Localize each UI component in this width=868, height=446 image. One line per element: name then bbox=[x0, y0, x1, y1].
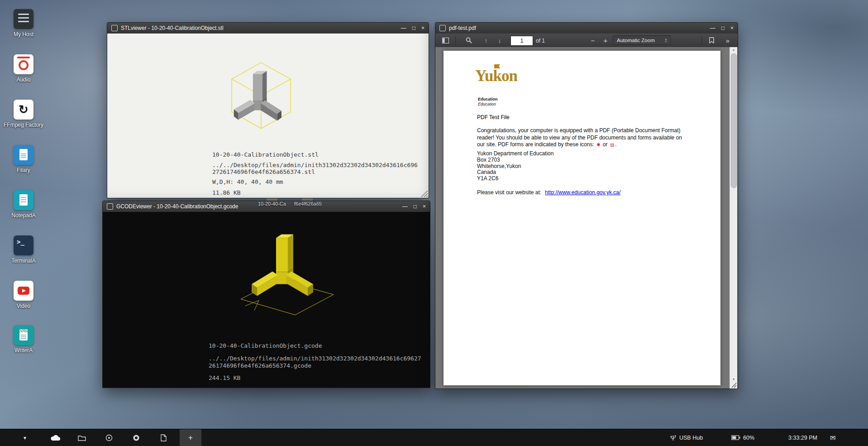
close-icon[interactable]: × bbox=[730, 23, 734, 34]
desktop-icon-writera[interactable]: WriterA bbox=[3, 325, 44, 354]
taskbar-files-button[interactable] bbox=[71, 429, 93, 446]
stl-filename: 10-20-40-CalibrationObject.stl bbox=[212, 151, 418, 158]
resize-grip[interactable] bbox=[420, 189, 428, 197]
stl-filepath-line2: 2726174696f6e4f626a656374.stl bbox=[212, 168, 418, 175]
desktop-icon-label: NotepadA bbox=[3, 213, 44, 219]
double-chevron-icon: » bbox=[726, 37, 730, 44]
taskbar-cloud-button[interactable] bbox=[44, 429, 66, 446]
pdf-scrollbar[interactable]: ▲ ▼ bbox=[730, 47, 737, 388]
paragraph-line: reader! You should be able to view any o… bbox=[477, 134, 682, 142]
toolbar-separator bbox=[455, 36, 456, 45]
desktop-icon-label: Filary bbox=[3, 168, 44, 173]
scrollbar-thumb[interactable] bbox=[731, 53, 737, 188]
zoom-out-button[interactable]: − bbox=[587, 35, 598, 45]
maximize-icon[interactable]: □ bbox=[721, 23, 725, 34]
bookmark-icon bbox=[709, 37, 714, 43]
taskbar-expand-button[interactable]: ▾ bbox=[14, 429, 36, 446]
address-line: Y1A 2C6 bbox=[477, 176, 553, 182]
bookmark-button[interactable] bbox=[706, 35, 717, 45]
desktop-icon-filary[interactable]: Filary bbox=[3, 145, 44, 173]
toolbar-more-button[interactable]: » bbox=[722, 35, 733, 45]
yukon-logo-word: Yukon bbox=[475, 67, 517, 85]
paragraph-line: our site. PDF forms are indicated by the… bbox=[477, 141, 682, 149]
battery-status[interactable]: 60% bbox=[731, 429, 754, 446]
envelope-icon: ✉ bbox=[830, 434, 836, 442]
pdf-window-titlebar[interactable]: pdf-test.pdf — □ × bbox=[435, 23, 738, 34]
taskbar-gcodeviewer-button[interactable] bbox=[125, 429, 147, 446]
toolbar-separator bbox=[701, 36, 702, 45]
previous-page-button[interactable]: ↑ bbox=[481, 35, 491, 45]
mail-indicator[interactable]: ✉ bbox=[830, 429, 836, 446]
audio-icon bbox=[14, 54, 33, 74]
search-icon bbox=[466, 37, 472, 43]
desktop-icon-my-host[interactable]: My Host bbox=[3, 9, 44, 38]
folder-icon bbox=[78, 435, 86, 441]
gcode-3d-preview[interactable] bbox=[227, 221, 345, 325]
yukon-logo: Yukon bbox=[475, 67, 517, 85]
zoom-spinner-icon: ▴▾ bbox=[665, 38, 667, 43]
page-number-input[interactable] bbox=[510, 36, 533, 46]
scroll-up-icon[interactable]: ▲ bbox=[730, 47, 737, 53]
logo-subtitle-fr: Éducation bbox=[478, 102, 496, 106]
logo-subtitle-en: Education bbox=[478, 97, 498, 101]
clock[interactable]: 3:33:29 PM bbox=[788, 429, 817, 446]
document-paragraph: Congratulations, your computer is equipp… bbox=[477, 127, 682, 149]
website-link[interactable]: http://www.education.gov.yk.ca/ bbox=[545, 189, 620, 196]
maximize-icon[interactable]: □ bbox=[412, 23, 415, 34]
paragraph-or: or bbox=[603, 141, 608, 148]
stl-viewport[interactable]: 10-20-40-CalibrationObject.stl ../../Des… bbox=[107, 34, 429, 198]
gcode-filename: 10-20-40-CalibrationObject.gcode bbox=[209, 342, 421, 349]
address-block: Yukon Department of Education Box 2703 W… bbox=[477, 151, 553, 182]
usb-status[interactable]: USB Hub bbox=[670, 429, 703, 446]
minimize-icon[interactable]: — bbox=[401, 23, 406, 34]
gcode-file-info: 10-20-40-CalibrationObject.gcode ../../D… bbox=[209, 342, 421, 381]
maximize-icon[interactable]: □ bbox=[414, 201, 417, 212]
stl-window-title: STLviewer - 10-20-40-CalibrationObject.s… bbox=[121, 25, 224, 31]
document-heading: PDF Test File bbox=[477, 114, 510, 120]
taskbar-stlviewer-button[interactable] bbox=[98, 429, 120, 446]
up-arrow-icon: ↑ bbox=[485, 37, 488, 44]
stl-window-titlebar[interactable]: STLviewer - 10-20-40-CalibrationObject.s… bbox=[107, 23, 429, 34]
pdf-file-icon bbox=[161, 434, 167, 441]
minimize-icon[interactable]: — bbox=[710, 23, 715, 34]
resize-grip[interactable] bbox=[730, 382, 737, 388]
battery-icon bbox=[731, 435, 740, 440]
zoom-select-label: Automatic Zoom bbox=[617, 38, 655, 43]
sidebar-toggle-icon bbox=[442, 38, 449, 43]
close-icon[interactable]: × bbox=[421, 23, 424, 34]
desktop-icon-notepada[interactable]: NotepadA bbox=[3, 190, 44, 219]
gcode-viewport[interactable]: 10-20-40-CalibrationObject.gcode ../../D… bbox=[103, 212, 430, 388]
desktop-icon-label: TerminalA bbox=[3, 258, 44, 264]
website-prompt: Please visit our website at: bbox=[477, 189, 541, 196]
minimize-icon[interactable]: — bbox=[402, 201, 408, 212]
desktop-icon-terminala[interactable]: >_ TerminalA bbox=[3, 235, 44, 264]
stl-filepath-line1: ../../Desktop/files/admin/inith31302d323… bbox=[212, 162, 418, 168]
zoom-in-button[interactable]: + bbox=[600, 35, 611, 45]
desktop-icon-label: Video bbox=[3, 303, 44, 309]
filary-icon bbox=[14, 145, 33, 165]
pdf-app-icon bbox=[439, 25, 446, 31]
gcode-app-icon bbox=[107, 203, 113, 210]
usb-label: USB Hub bbox=[679, 435, 703, 441]
desktop-icon-video[interactable]: Video bbox=[3, 281, 44, 309]
pdf-page: Yukon Education Éducation PDF Test File … bbox=[444, 51, 720, 385]
taskbar-pdf-button[interactable] bbox=[153, 429, 174, 446]
desktop: My Host Audio ↻ FFmpeg Factory Filary No… bbox=[0, 0, 868, 446]
stl-3d-preview[interactable] bbox=[211, 52, 311, 149]
desktop-icon-audio[interactable]: Audio bbox=[3, 54, 44, 83]
next-page-button[interactable]: ↓ bbox=[494, 35, 505, 45]
pdf-window-title: pdf-test.pdf bbox=[449, 25, 476, 31]
desktop-icon-label: My Host bbox=[3, 32, 44, 38]
sidebar-toggle-button[interactable] bbox=[440, 35, 451, 45]
find-button[interactable] bbox=[463, 35, 474, 45]
pdf-content-area: Yukon Education Éducation PDF Test File … bbox=[435, 47, 738, 388]
desktop-icon-ffmpeg-factory[interactable]: ↻ FFmpeg Factory bbox=[3, 100, 44, 128]
desktop-icon-label: FFmpeg Factory bbox=[3, 122, 44, 128]
taskbar-add-button[interactable]: + bbox=[180, 429, 201, 446]
zoom-select[interactable]: Automatic Zoom ▴▾ bbox=[613, 35, 671, 45]
file-fragment-label: f6e4f626a65 bbox=[294, 201, 322, 206]
address-line: Canada bbox=[477, 169, 553, 176]
address-line: Box 2703 bbox=[477, 157, 553, 163]
close-icon[interactable]: × bbox=[423, 201, 426, 212]
gcode-app-circle-icon bbox=[133, 434, 140, 441]
